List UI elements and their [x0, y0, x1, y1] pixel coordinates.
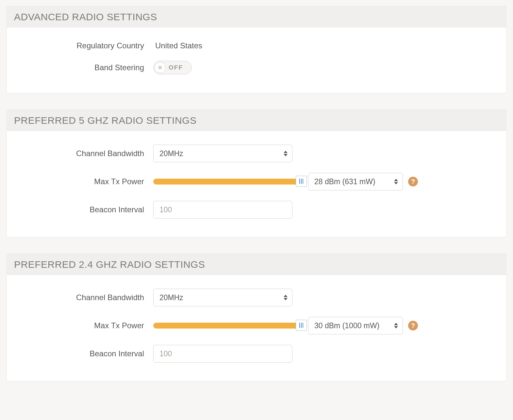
panel-5ghz: PREFERRED 5 GHZ RADIO SETTINGS Channel B… — [7, 109, 506, 237]
help-icon[interactable]: ? — [408, 177, 418, 186]
slider-24ghz-txpower[interactable] — [153, 322, 301, 329]
row-5ghz-beacon: Beacon Interval — [14, 196, 499, 224]
grip-icon — [299, 179, 303, 184]
label-24ghz-bandwidth: Channel Bandwidth — [14, 293, 153, 302]
row-24ghz-bandwidth: Channel Bandwidth 20MHz — [14, 283, 499, 312]
grip-icon — [299, 323, 303, 328]
label-5ghz-txpower: Max Tx Power — [14, 177, 153, 186]
row-band-steering: Band Steering ✕ OFF — [14, 56, 499, 80]
row-24ghz-txpower: Max Tx Power 30 dBm (1000 mW) — [14, 312, 499, 340]
label-regulatory-country: Regulatory Country — [14, 41, 153, 50]
select-value-5ghz-bandwidth: 20MHz — [159, 149, 183, 158]
panel-advanced-radio: ADVANCED RADIO SETTINGS Regulatory Count… — [7, 6, 506, 93]
select-value-24ghz-txpower: 30 dBm (1000 mW) — [314, 321, 379, 330]
section-title-24ghz: PREFERRED 2.4 GHZ RADIO SETTINGS — [14, 259, 499, 270]
label-band-steering: Band Steering — [14, 63, 153, 72]
toggle-band-steering[interactable]: ✕ OFF — [153, 61, 192, 74]
select-24ghz-bandwidth[interactable]: 20MHz — [153, 289, 292, 306]
row-regulatory-country: Regulatory Country United States — [14, 36, 499, 56]
chevron-updown-icon — [284, 295, 288, 300]
label-24ghz-beacon: Beacon Interval — [14, 349, 153, 358]
select-5ghz-txpower[interactable]: 28 dBm (631 mW) — [308, 173, 403, 190]
value-regulatory-country: United States — [153, 41, 202, 50]
help-icon[interactable]: ? — [408, 321, 418, 331]
row-24ghz-beacon: Beacon Interval — [14, 340, 499, 368]
input-24ghz-beacon[interactable] — [153, 345, 292, 363]
panel-header-24ghz: PREFERRED 2.4 GHZ RADIO SETTINGS — [7, 254, 506, 275]
chevron-updown-icon — [394, 323, 398, 329]
panel-header-advanced: ADVANCED RADIO SETTINGS — [7, 6, 506, 27]
close-icon: ✕ — [158, 65, 162, 71]
panel-24ghz: PREFERRED 2.4 GHZ RADIO SETTINGS Channel… — [7, 253, 506, 381]
slider-handle-24ghz[interactable] — [296, 320, 307, 331]
slider-track — [153, 179, 301, 185]
chevron-updown-icon — [394, 179, 398, 185]
slider-track — [153, 323, 301, 329]
row-5ghz-bandwidth: Channel Bandwidth 20MHz — [14, 139, 499, 168]
slider-handle-5ghz[interactable] — [296, 176, 307, 187]
section-title-5ghz: PREFERRED 5 GHZ RADIO SETTINGS — [14, 115, 499, 126]
input-5ghz-beacon[interactable] — [153, 201, 292, 218]
select-value-5ghz-txpower: 28 dBm (631 mW) — [314, 177, 375, 186]
select-24ghz-txpower[interactable]: 30 dBm (1000 mW) — [308, 317, 403, 334]
slider-5ghz-txpower[interactable] — [153, 178, 301, 185]
toggle-state-text: OFF — [169, 64, 183, 71]
toggle-knob: ✕ — [155, 62, 166, 73]
chevron-updown-icon — [284, 151, 288, 156]
label-5ghz-beacon: Beacon Interval — [14, 205, 153, 214]
select-5ghz-bandwidth[interactable]: 20MHz — [153, 145, 292, 162]
label-5ghz-bandwidth: Channel Bandwidth — [14, 149, 153, 158]
panel-header-5ghz: PREFERRED 5 GHZ RADIO SETTINGS — [7, 110, 506, 131]
select-value-24ghz-bandwidth: 20MHz — [159, 293, 183, 302]
label-24ghz-txpower: Max Tx Power — [14, 321, 153, 330]
row-5ghz-txpower: Max Tx Power 28 dBm (631 mW) ? — [14, 168, 499, 196]
section-title-advanced: ADVANCED RADIO SETTINGS — [14, 11, 499, 23]
